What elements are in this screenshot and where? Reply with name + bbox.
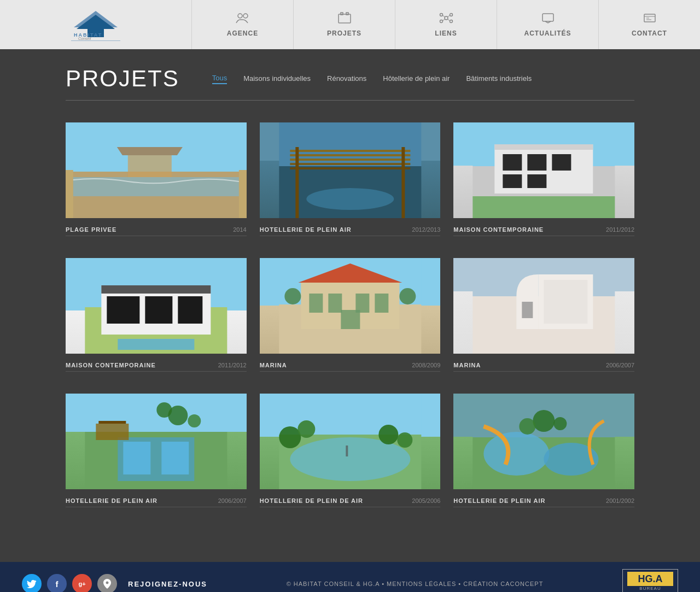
svg-point-90: [397, 432, 412, 448]
nav-contact[interactable]: CONTACT: [598, 0, 700, 49]
svg-line-19: [447, 19, 450, 21]
svg-rect-32: [290, 150, 410, 152]
svg-point-13: [450, 14, 452, 16]
projets-icon: [337, 12, 352, 27]
svg-rect-62: [309, 294, 323, 313]
svg-rect-91: [346, 446, 348, 456]
project-hotel2[interactable]: HOTELLERIE DE PLEIN AIR 2006/2007: [66, 394, 247, 507]
footer-left: f g+ REJOIGNEZ-NOUS: [22, 574, 207, 592]
hga-box: HG.A BUREAU D'ARCHITECTURE: [622, 569, 678, 592]
actualites-icon: [541, 12, 555, 27]
project-maison1[interactable]: MAISON CONTEMPORAINE 2011/2012: [453, 122, 634, 236]
project-year-plage: 2014: [233, 226, 246, 233]
project-info-marina2: MARINA 2006/2007: [453, 359, 634, 372]
project-info-plage: PLAGE PRIVEE 2014: [66, 224, 247, 236]
project-hotel3[interactable]: HOTELLERIE DE PLEIN DE AIR 2005/2006: [260, 394, 441, 507]
svg-rect-36: [290, 167, 410, 169]
svg-rect-38: [401, 147, 405, 218]
filter-batiments[interactable]: Bâtiments industriels: [466, 74, 532, 84]
nav-projets[interactable]: PROJETS: [293, 0, 395, 49]
hga-logo-text: HG.A: [627, 572, 673, 586]
project-image-hotel4: [453, 394, 634, 489]
filter-hotellerie[interactable]: Hôtellerie de plein air: [383, 74, 450, 84]
gplus-button[interactable]: g+: [72, 574, 92, 592]
project-image-marina1: [260, 258, 441, 354]
svg-line-16: [442, 15, 445, 17]
svg-point-89: [378, 425, 398, 444]
svg-rect-9: [341, 13, 343, 15]
svg-rect-20: [542, 14, 553, 21]
hga-sub1: BUREAU: [627, 586, 673, 591]
project-name-plage: PLAGE PRIVEE: [66, 226, 116, 233]
agence-label: AGENCE: [227, 30, 258, 37]
project-hotel4[interactable]: HOTELLERIE DE PLEIN AIR 2001/2002: [453, 394, 634, 507]
project-maison2[interactable]: MAISON CONTEMPORAINE 2011/2012: [66, 258, 247, 372]
project-info-marina1: MARINA 2008/2009: [260, 359, 441, 372]
project-name-hotel3: HOTELLERIE DE PLEIN DE AIR: [260, 497, 363, 504]
project-name-marina2: MARINA: [453, 362, 481, 368]
filter-maisons[interactable]: Maisons individuelles: [243, 74, 311, 84]
svg-rect-55: [145, 296, 172, 324]
liens-icon: [439, 12, 453, 27]
facebook-button[interactable]: f: [47, 574, 67, 592]
nav-agence[interactable]: AGENCE: [191, 0, 293, 49]
svg-point-86: [290, 437, 410, 481]
twitter-button[interactable]: [22, 574, 42, 592]
project-image-hotel3: [260, 394, 441, 489]
project-year-maison2: 2011/2012: [218, 362, 247, 368]
svg-rect-33: [290, 154, 410, 156]
svg-rect-77: [123, 442, 150, 474]
location-button[interactable]: [97, 574, 117, 592]
svg-point-87: [279, 426, 301, 448]
project-image-hotel2: [66, 394, 247, 489]
project-year-hotel4: 2001/2002: [606, 497, 634, 504]
project-marina1[interactable]: MARINA 2008/2009: [260, 258, 441, 372]
project-year-marina2: 2006/2007: [606, 362, 634, 368]
svg-rect-64: [355, 294, 369, 313]
project-image-hotellerie1: [260, 122, 441, 218]
svg-point-88: [298, 420, 315, 438]
svg-rect-57: [118, 339, 194, 350]
svg-rect-48: [528, 174, 547, 188]
gplus-icon: g+: [78, 581, 85, 587]
project-info-hotel4: HOTELLERIE DE PLEIN AIR 2001/2002: [453, 495, 634, 507]
svg-point-83: [156, 402, 172, 418]
project-year-hotel3: 2005/2006: [412, 497, 440, 504]
svg-rect-46: [552, 154, 571, 171]
project-image-plage: [66, 122, 247, 218]
svg-rect-27: [73, 177, 239, 196]
nav-liens[interactable]: LIENS: [395, 0, 497, 49]
svg-rect-28: [128, 155, 172, 177]
project-info-hotel2: HOTELLERIE DE PLEIN AIR 2006/2007: [66, 495, 247, 507]
filter-renovations[interactable]: Rénovations: [327, 74, 366, 84]
svg-point-98: [554, 417, 567, 430]
project-name-hotellerie1: HOTELLERIE DE PLEIN AIR: [260, 226, 352, 233]
logo-container[interactable]: HABITAT Conseil: [0, 0, 191, 49]
projets-header: PROJETS Tous Maisons individuelles Rénov…: [66, 66, 634, 101]
actualites-label: ACTUALITÉS: [524, 30, 571, 37]
svg-rect-10: [346, 13, 348, 15]
filter-tabs: Tous Maisons individuelles Rénovations H…: [212, 74, 532, 84]
svg-rect-56: [178, 296, 202, 324]
project-name-hotel2: HOTELLERIE DE PLEIN AIR: [66, 497, 158, 504]
main-nav: AGENCE PROJETS LIENS ACTUALITÉS CONTACT: [191, 0, 700, 49]
project-plage[interactable]: PLAGE PRIVEE 2014: [66, 122, 247, 236]
svg-text:Conseil: Conseil: [78, 37, 91, 40]
header: HABITAT Conseil AGENCE PROJETS LIENS: [0, 0, 700, 49]
svg-rect-65: [375, 294, 388, 313]
svg-rect-63: [328, 294, 342, 313]
filter-tous[interactable]: Tous: [212, 74, 227, 84]
project-hotellerie1[interactable]: HOTELLERIE DE PLEIN AIR 2012/2013: [260, 122, 441, 236]
project-year-marina1: 2008/2009: [412, 362, 440, 368]
projets-label: PROJETS: [327, 30, 361, 37]
footer-copyright: © HABITAT CONSEIL & HG.A • MENTIONS LÉGA…: [284, 581, 546, 587]
svg-rect-44: [503, 154, 522, 171]
nav-actualites[interactable]: ACTUALITÉS: [497, 0, 598, 49]
project-image-maison2: [66, 258, 247, 354]
project-marina2[interactable]: MARINA 2006/2007: [453, 258, 634, 372]
projects-row-1: PLAGE PRIVEE 2014: [66, 122, 634, 258]
project-info-hotellerie1: HOTELLERIE DE PLEIN AIR 2012/2013: [260, 224, 441, 236]
svg-rect-80: [98, 421, 126, 424]
svg-line-17: [447, 15, 450, 17]
svg-rect-79: [96, 424, 129, 440]
